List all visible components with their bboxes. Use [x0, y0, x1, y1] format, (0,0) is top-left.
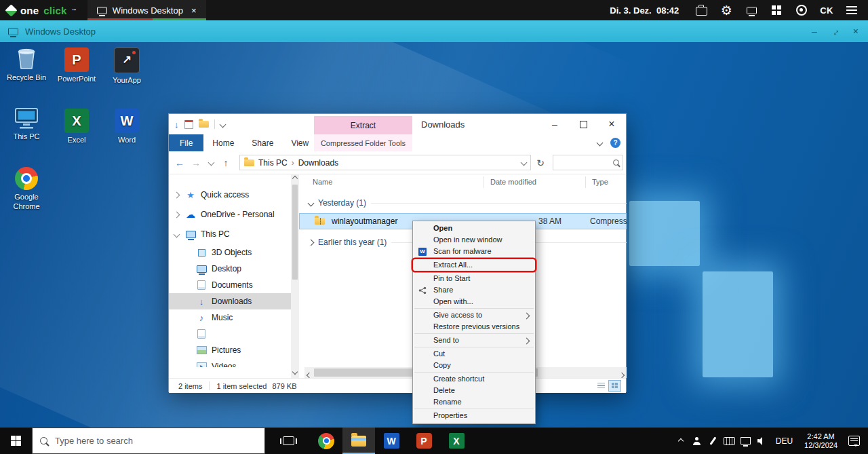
- record-button[interactable]: [795, 3, 808, 17]
- expand-ribbon-chevron-icon[interactable]: [597, 140, 604, 147]
- settings-button[interactable]: [719, 3, 733, 17]
- qat-folder-icon[interactable]: [199, 121, 209, 128]
- tray-pen-button[interactable]: [705, 428, 722, 454]
- column-header-name[interactable]: Name: [313, 178, 332, 186]
- language-indicator[interactable]: DEU: [770, 436, 798, 446]
- taskbar-search-input[interactable]: [54, 435, 239, 447]
- close-button[interactable]: [597, 114, 626, 134]
- sidebar-item-music[interactable]: Music: [169, 309, 291, 326]
- menu-item-open-with[interactable]: Open with...: [413, 296, 535, 307]
- sidebar-item-documents[interactable]: Documents: [169, 277, 291, 293]
- up-button[interactable]: [219, 151, 233, 174]
- sidebar-item-pictures[interactable]: Pictures: [169, 342, 291, 358]
- column-header-date[interactable]: Date modified: [490, 178, 536, 186]
- menu-item-pin-to-start[interactable]: Pin to Start: [413, 273, 535, 284]
- large-icons-view-button[interactable]: [609, 381, 620, 391]
- menu-item-properties[interactable]: Properties: [413, 410, 535, 421]
- taskbar-excel-button[interactable]: [440, 428, 473, 454]
- help-icon[interactable]: [610, 138, 620, 148]
- tray-keyboard-button[interactable]: [722, 428, 738, 454]
- forward-button[interactable]: [189, 151, 203, 174]
- menu-item-send-to[interactable]: Send to: [413, 335, 535, 346]
- back-button[interactable]: [173, 151, 186, 174]
- menu-item-create-shortcut[interactable]: Create shortcut: [413, 373, 535, 385]
- qat-customize-chevron-icon[interactable]: [219, 121, 226, 128]
- expander-chevron-icon[interactable]: [174, 191, 180, 198]
- tray-volume-button[interactable]: [754, 428, 770, 454]
- taskbar-chrome-button[interactable]: [310, 428, 342, 454]
- address-bar[interactable]: This PC Downloads: [239, 155, 531, 170]
- task-view-button[interactable]: [272, 428, 304, 454]
- menu-item-give-access-to[interactable]: Give access to: [413, 309, 535, 321]
- sidebar-item-desktop[interactable]: Desktop: [169, 261, 291, 277]
- desktop-icon-excel[interactable]: Excel: [53, 109, 100, 145]
- menu-item-restore-previous-versions[interactable]: Restore previous versions: [413, 321, 535, 333]
- taskbar-search[interactable]: [32, 428, 265, 454]
- column-header-type[interactable]: Type: [592, 178, 608, 186]
- desktop-icon-word[interactable]: Word: [103, 109, 151, 145]
- sidebar-item-onedrive[interactable]: OneDrive - Personal: [169, 206, 291, 223]
- scroll-right-arrow-icon[interactable]: [619, 373, 625, 378]
- downloads-folder-icon[interactable]: [174, 119, 179, 130]
- address-dropdown-chevron-icon[interactable]: [521, 159, 528, 166]
- close-icon[interactable]: [853, 26, 859, 37]
- scroll-up-arrow-icon[interactable]: [292, 176, 298, 181]
- menu-item-open-in-new-window[interactable]: Open in new window: [413, 234, 535, 246]
- menu-item-copy[interactable]: Copy: [413, 360, 535, 371]
- taskbar-file-explorer-button[interactable]: [342, 428, 375, 454]
- menu-item-open[interactable]: Open: [413, 223, 535, 234]
- tab-compressed-folder-tools[interactable]: Compressed Folder Tools: [314, 134, 412, 151]
- qat-properties-icon[interactable]: [184, 120, 193, 129]
- tab-windows-desktop[interactable]: Windows Desktop: [87, 0, 206, 20]
- user-avatar[interactable]: CK: [820, 5, 833, 16]
- tab-close-icon[interactable]: [191, 5, 197, 16]
- desktop-icon-powerpoint[interactable]: PowerPoint: [53, 48, 100, 84]
- sidebar-item-3d-objects[interactable]: 3D Objects: [169, 244, 291, 261]
- contextual-tab-header[interactable]: Extract: [314, 116, 412, 134]
- menu-item-delete[interactable]: Delete: [413, 385, 535, 396]
- action-center-button[interactable]: [844, 428, 864, 454]
- taskbar-powerpoint-button[interactable]: [408, 428, 440, 454]
- tab-home[interactable]: Home: [203, 134, 243, 151]
- tray-network-button[interactable]: [738, 428, 754, 454]
- details-view-button[interactable]: [595, 381, 607, 391]
- breadcrumb-downloads[interactable]: Downloads: [298, 158, 338, 168]
- sidebar-item-blank[interactable]: [169, 326, 291, 342]
- scroll-down-arrow-icon[interactable]: [292, 369, 298, 375]
- sidebar-item-videos[interactable]: Videos: [169, 358, 291, 367]
- apps-grid-button[interactable]: [770, 3, 783, 17]
- explorer-search-input[interactable]: [553, 159, 610, 167]
- hidden-icons-button[interactable]: [673, 428, 689, 454]
- explorer-search-box[interactable]: [553, 155, 623, 170]
- minimize-icon[interactable]: [812, 26, 817, 37]
- menu-button[interactable]: [845, 3, 859, 17]
- maximize-button[interactable]: [569, 114, 597, 134]
- group-expand-chevron-icon[interactable]: [308, 239, 315, 246]
- sidebar-item-downloads[interactable]: Downloads: [169, 293, 291, 309]
- tab-file[interactable]: File: [169, 134, 203, 151]
- group-header-yesterday[interactable]: Yesterday (1): [309, 198, 627, 208]
- scrollbar-thumb[interactable]: [292, 185, 298, 280]
- desktop-icon-recycle-bin[interactable]: Recycle Bin: [3, 46, 50, 83]
- menu-item-rename[interactable]: Rename: [413, 396, 535, 408]
- menu-item-extract-all[interactable]: Extract All...: [413, 259, 535, 271]
- menu-item-scan-for-malware[interactable]: Scan for malware: [413, 246, 535, 257]
- desktop-icon-yourapp[interactable]: YourApp: [103, 48, 151, 86]
- desktop-icon-this-pc[interactable]: This PC: [3, 107, 50, 142]
- sidebar-item-this-pc[interactable]: This PC: [169, 226, 291, 242]
- column-divider[interactable]: [484, 176, 484, 188]
- menu-item-share[interactable]: Share: [413, 284, 535, 296]
- sidebar-item-quick-access[interactable]: Quick access: [169, 187, 291, 203]
- tab-share[interactable]: Share: [243, 134, 282, 151]
- expander-chevron-icon[interactable]: [174, 231, 180, 238]
- display-button[interactable]: [745, 3, 758, 17]
- breadcrumb-this-pc[interactable]: This PC: [258, 158, 288, 168]
- files-button[interactable]: [694, 3, 708, 17]
- recent-locations-chevron-icon[interactable]: [204, 151, 218, 174]
- taskbar-word-button[interactable]: [375, 428, 408, 454]
- start-button[interactable]: [0, 428, 32, 454]
- group-collapse-chevron-icon[interactable]: [308, 200, 315, 206]
- minimize-button[interactable]: [540, 114, 569, 134]
- tab-view[interactable]: View: [282, 134, 317, 151]
- menu-item-cut[interactable]: Cut: [413, 348, 535, 360]
